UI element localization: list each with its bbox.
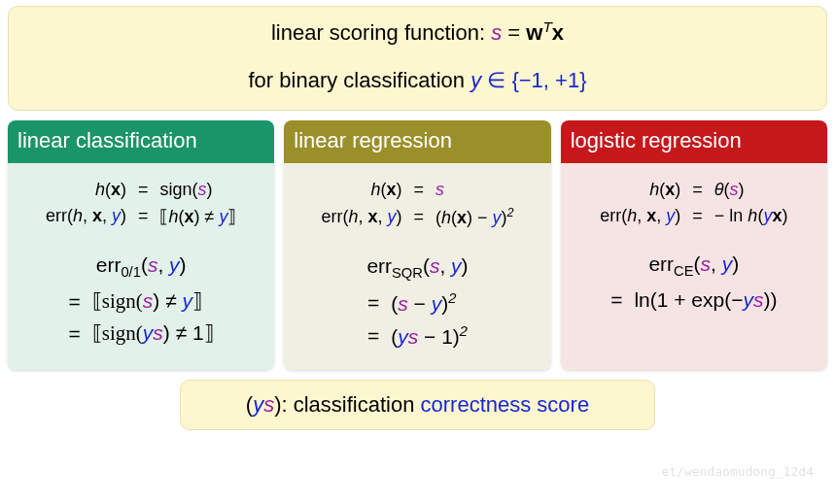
sign-s: sign(s) [154,177,242,203]
equals: = [407,177,430,203]
equals: = [132,177,155,203]
col-header: linear classification [8,120,274,163]
intro-text-2: for binary classification [249,68,471,92]
correctness-score-label: correctness score [421,392,590,417]
err01-title: err0/1(s, y) [17,253,264,280]
equals: = [605,285,628,316]
err-hxy: err(h, x, y) [315,203,407,231]
errsqr-line1: (s − y)2 [385,286,473,319]
y-var: y [253,392,263,417]
equals: = [362,319,385,353]
err01-block: = ⟦sign(s) ≠ y⟧ = ⟦sign(ys) ≠ 1⟧ [63,286,220,350]
theta-s: θ(s) [709,177,794,203]
errsqr-line2: (ys − 1)2 [385,319,473,353]
col-body: h(x) = sign(s) err(h, x, y) = ⟦h(x) ≠ y⟧ [8,163,274,370]
intro-text: linear scoring function: [271,20,491,45]
defs-table: h(x) = θ(s) err(h, x, y) = − ln h(yx) [594,177,793,229]
h-of-x: h(x) [40,177,132,203]
col-body: h(x) = s err(h, x, y) = (h(x) − y)2 [284,163,550,370]
in-sym: ∈ [487,68,511,92]
equals: = [507,20,526,45]
col-header: logistic regression [561,120,827,163]
errce-title: errCE(s, y) [571,252,818,279]
equals: = [63,318,87,350]
equals: = [686,177,709,203]
equals: = [407,203,430,231]
sq-err: (h(x) − y)2 [430,203,520,231]
errce-line1: ln(1 + exp(−ys)) [628,285,783,316]
equals: = [686,203,709,229]
defs-table: h(x) = sign(s) err(h, x, y) = ⟦h(x) ≠ y⟧ [40,177,243,230]
y-var: y [470,68,481,92]
bottom-box: (ys): classification correctness score [180,380,655,430]
err01-line2: ⟦sign(ys) ≠ 1⟧ [87,318,220,350]
s-var: s [491,20,502,45]
label-set: {−1, +1} [511,68,586,92]
col-header: linear regression [284,120,550,163]
intro-line-2: for binary classification y ∈ {−1, +1} [17,66,818,96]
intro-line-1: linear scoring function: s = wTx [17,17,818,49]
errce-block: = ln(1 + exp(−ys)) [605,285,783,316]
bottom-text: ): classification [274,392,420,417]
s-var: s [263,392,274,417]
intro-box: linear scoring function: s = wTx for bin… [8,6,827,111]
equals: = [362,286,385,319]
equals: = [63,286,87,318]
col-linear-regression: linear regression h(x) = s err(h, x, y) [284,120,550,370]
h-of-x: h(x) [315,177,407,203]
defs-table: h(x) = s err(h, x, y) = (h(x) − y)2 [315,177,519,231]
rhs-s: s [430,177,520,203]
col-linear-classification: linear classification h(x) = sign(s) err… [8,120,274,370]
err01-line1: ⟦sign(s) ≠ y⟧ [87,286,220,318]
columns-row: linear classification h(x) = sign(s) err… [8,120,827,370]
errsqr-title: errSQR(s, y) [294,254,540,281]
indicator-h-neq-y: ⟦h(x) ≠ y⟧ [154,203,242,230]
h-of-x: h(x) [594,177,686,203]
w-vector: w [526,20,542,45]
watermark-text: et/wendaomudong_12d4 [661,464,814,479]
neg-ln-hyx: − ln h(yx) [709,203,794,229]
x-vector: x [552,20,564,45]
errsqr-block: = (s − y)2 = (ys − 1)2 [362,286,473,353]
err-hxy: err(h, x, y) [594,203,686,229]
transpose-sup: T [542,18,551,35]
col-body: h(x) = θ(s) err(h, x, y) = − ln h(yx) [561,163,827,370]
col-logistic-regression: logistic regression h(x) = θ(s) err(h, x… [561,120,827,370]
equals: = [132,203,155,230]
err-hxy: err(h, x, y) [40,203,132,230]
